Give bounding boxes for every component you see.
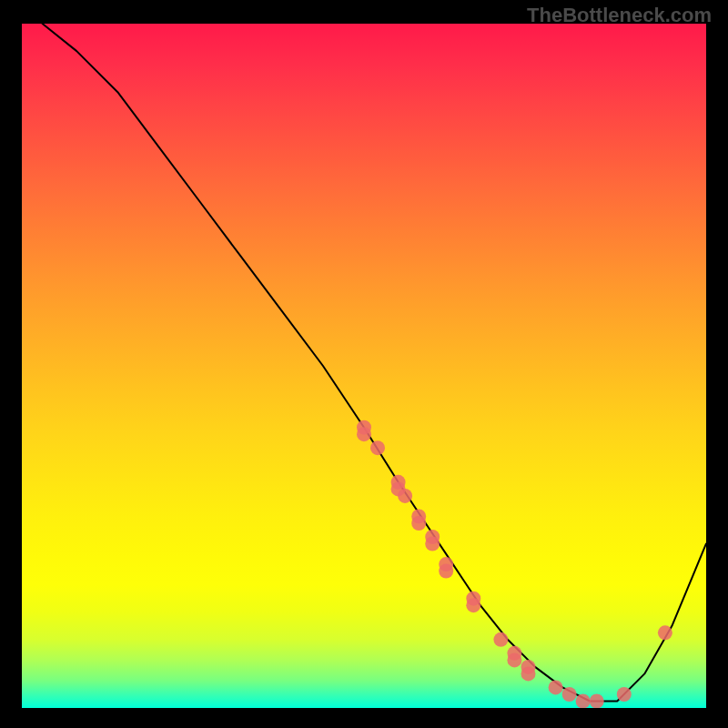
data-point	[398, 489, 412, 503]
plot-area	[22, 24, 706, 708]
data-point	[658, 625, 672, 640]
curve-svg	[22, 24, 706, 708]
bottleneck-curve	[43, 24, 706, 702]
data-point	[507, 652, 521, 667]
data-point	[576, 694, 591, 709]
data-point	[617, 687, 632, 702]
data-point	[425, 537, 440, 551]
data-point	[370, 440, 385, 455]
data-point	[466, 598, 480, 612]
data-point	[549, 680, 563, 694]
data-point	[439, 564, 453, 579]
data-point	[562, 687, 577, 702]
data-point	[411, 516, 426, 531]
data-point	[357, 427, 371, 441]
scatter-points	[357, 420, 672, 708]
chart-container: TheBottleneck.com	[0, 0, 728, 728]
data-point	[493, 632, 508, 647]
watermark-text: TheBottleneck.com	[527, 4, 712, 27]
data-point	[590, 694, 604, 709]
data-point	[521, 666, 536, 681]
